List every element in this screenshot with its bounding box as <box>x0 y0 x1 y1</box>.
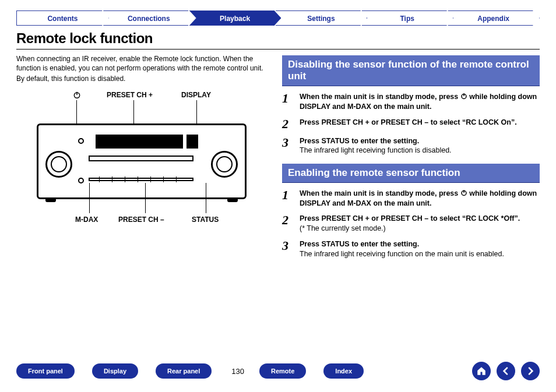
step: 1 When the main unit is in standby mode,… <box>282 189 540 209</box>
step-body: Press STATUS to enter the setting. The i… <box>300 136 452 156</box>
label-display: DISPLAY <box>181 91 211 99</box>
tab-connections[interactable]: Connections <box>103 10 195 26</box>
label-preset-ch-plus: PRESET CH + <box>107 91 153 99</box>
leader-line <box>206 183 206 213</box>
section1-heading: Disabling the sensor function of the rem… <box>282 55 540 86</box>
footer: Front panel Display Rear panel 130 Remot… <box>16 359 540 383</box>
step-body: Press PRESET CH + or PRESET CH – to sele… <box>300 118 517 130</box>
top-tabs: Contents Connections Playback Settings T… <box>16 10 540 26</box>
power-icon <box>73 91 80 98</box>
tab-tips[interactable]: Tips <box>361 10 453 26</box>
device-diagram: PRESET CH + DISPLAY <box>31 91 252 231</box>
index-button[interactable]: Index <box>323 363 364 379</box>
tab-playback[interactable]: Playback <box>189 10 281 26</box>
prev-button[interactable] <box>497 362 515 380</box>
label-status: STATUS <box>192 216 219 224</box>
step-body: When the main unit is in standby mode, p… <box>300 189 540 209</box>
power-icon <box>460 93 467 100</box>
section1-steps: 1 When the main unit is in standby mode,… <box>282 92 540 156</box>
label-power-icon <box>73 91 80 99</box>
label-mdax: M-DAX <box>75 216 98 224</box>
tab-settings[interactable]: Settings <box>275 10 367 26</box>
page-number: 130 <box>231 367 244 376</box>
selector-knob <box>211 151 238 178</box>
power-button <box>78 138 84 144</box>
leader-line <box>145 183 146 213</box>
small-button <box>78 178 84 183</box>
home-icon <box>476 366 487 376</box>
page-title: Remote lock function <box>16 30 540 47</box>
disc-tray <box>89 156 193 161</box>
next-button[interactable] <box>521 362 540 380</box>
step-body: When the main unit is in standby mode, p… <box>300 92 540 112</box>
step: 2 Press PRESET CH + or PRESET CH – to se… <box>282 118 540 130</box>
intro-p2: By default, this function is disabled. <box>16 74 267 83</box>
step-number: 1 <box>282 189 294 209</box>
device-body <box>37 123 247 199</box>
step: 1 When the main unit is in standby mode,… <box>282 92 540 112</box>
step-number: 1 <box>282 92 294 112</box>
arrow-left-icon <box>501 366 511 376</box>
step: 3 Press STATUS to enter the setting. The… <box>282 239 540 259</box>
rear-panel-button[interactable]: Rear panel <box>156 363 212 379</box>
volume-knob <box>45 151 72 178</box>
section2-steps: 1 When the main unit is in standby mode,… <box>282 189 540 259</box>
label-preset-ch-minus: PRESET CH – <box>118 216 164 224</box>
title-rule <box>16 49 540 50</box>
step-body: Press PRESET CH + or PRESET CH – to sele… <box>300 214 520 234</box>
display-button[interactable]: Display <box>92 363 138 379</box>
tab-appendix[interactable]: Appendix <box>448 10 540 26</box>
step: 2 Press PRESET CH + or PRESET CH – to se… <box>282 214 540 234</box>
step-body: Press STATUS to enter the setting. The i… <box>300 239 504 259</box>
arrow-right-icon <box>526 366 535 376</box>
step-number: 3 <box>282 136 294 156</box>
section2-heading: Enabling the remote sensor function <box>282 164 540 182</box>
step-number: 2 <box>282 118 294 130</box>
power-icon <box>460 189 467 196</box>
intro-text: When connecting an IR receiver, enable t… <box>16 54 267 84</box>
step-number: 2 <box>282 214 294 234</box>
front-display-small <box>186 135 198 149</box>
intro-p1: When connecting an IR receiver, enable t… <box>16 54 267 73</box>
front-display <box>96 135 183 149</box>
tab-contents[interactable]: Contents <box>16 10 109 26</box>
front-panel-button[interactable]: Front panel <box>16 363 75 379</box>
leader-line <box>89 183 90 213</box>
remote-button[interactable]: Remote <box>259 363 306 379</box>
step-number: 3 <box>282 239 294 259</box>
home-button[interactable] <box>472 362 491 380</box>
step: 3 Press STATUS to enter the setting. The… <box>282 136 540 156</box>
